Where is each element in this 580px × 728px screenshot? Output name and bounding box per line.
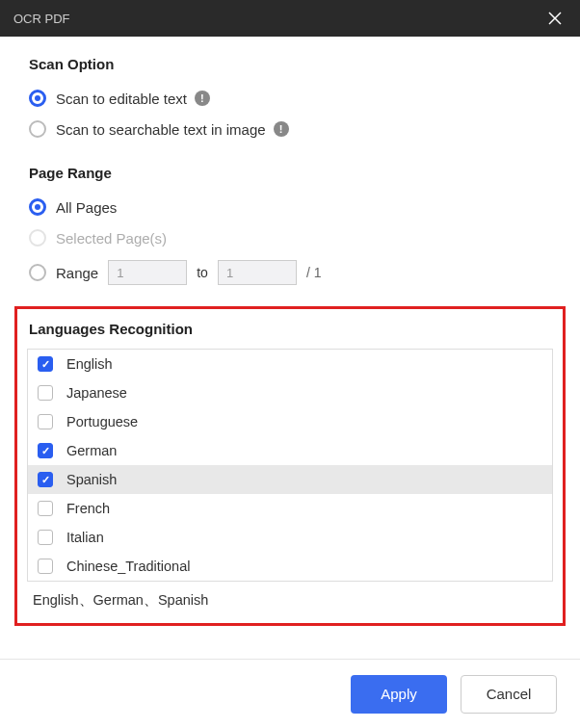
info-icon[interactable]: ! [195, 91, 210, 106]
language-item[interactable]: French [28, 494, 552, 523]
language-item[interactable]: Italian [28, 523, 552, 552]
checkbox-icon[interactable]: ✓ [38, 472, 53, 487]
page-range-heading: Page Range [29, 165, 551, 181]
dialog-content: Scan Option Scan to editable text ! Scan… [0, 37, 580, 285]
radio-label: Scan to editable text [56, 91, 187, 107]
radio-all-pages[interactable]: All Pages [29, 198, 551, 216]
language-label: Spanish [66, 472, 117, 487]
radio-scan-searchable[interactable]: Scan to searchable text in image ! [29, 120, 551, 138]
languages-list-container: ✓EnglishJapanesePortuguese✓German✓Spanis… [27, 349, 553, 582]
radio-label: Range [56, 265, 98, 281]
checkbox-icon[interactable]: ✓ [38, 443, 53, 458]
radio-range[interactable]: Range to / 1 [29, 260, 551, 285]
language-label: Portuguese [66, 414, 138, 429]
checkbox-icon[interactable] [38, 414, 53, 429]
titlebar: OCR PDF [0, 0, 580, 37]
scan-option-heading: Scan Option [29, 56, 551, 72]
radio-label: Selected Page(s) [56, 230, 167, 247]
range-to-label: to [197, 265, 208, 280]
dialog-footer: Apply Cancel [0, 659, 580, 728]
language-item[interactable]: ✓German [28, 436, 552, 465]
language-item[interactable]: Japanese [28, 378, 552, 407]
language-item[interactable]: ✓English [28, 350, 552, 378]
language-item[interactable]: Portuguese [28, 407, 552, 436]
checkbox-icon[interactable] [38, 559, 53, 574]
close-icon[interactable] [543, 7, 567, 30]
checkbox-icon[interactable] [38, 530, 53, 545]
radio-icon [29, 120, 46, 138]
language-label: English [66, 356, 113, 372]
language-label: Japanese [66, 385, 127, 401]
checkbox-icon[interactable] [38, 501, 53, 516]
info-icon[interactable]: ! [274, 121, 289, 137]
radio-icon [29, 90, 46, 107]
language-item[interactable]: Chinese_Traditional [28, 552, 552, 581]
languages-summary: English、German、Spanish [27, 582, 553, 613]
radio-icon [29, 229, 46, 247]
language-item[interactable]: ✓Spanish [28, 465, 552, 494]
range-total: / 1 [306, 265, 322, 280]
language-label: Italian [66, 530, 104, 545]
radio-label: All Pages [56, 199, 117, 216]
range-from-input[interactable] [108, 260, 187, 285]
apply-button[interactable]: Apply [351, 675, 447, 714]
radio-selected-pages: Selected Page(s) [29, 229, 551, 247]
radio-scan-editable[interactable]: Scan to editable text ! [29, 90, 551, 107]
checkbox-icon[interactable]: ✓ [38, 356, 53, 372]
dialog-title: OCR PDF [13, 12, 70, 26]
cancel-button[interactable]: Cancel [461, 675, 557, 714]
language-label: French [66, 501, 110, 516]
checkbox-icon[interactable] [38, 385, 53, 401]
radio-icon [29, 264, 46, 281]
radio-icon [29, 198, 46, 216]
radio-label: Scan to searchable text in image [56, 121, 266, 138]
languages-list[interactable]: ✓EnglishJapanesePortuguese✓German✓Spanis… [28, 350, 552, 581]
language-label: Chinese_Traditional [66, 559, 190, 574]
languages-section: Languages Recognition ✓EnglishJapanesePo… [14, 306, 566, 626]
language-label: German [66, 443, 117, 458]
range-to-input[interactable] [218, 260, 297, 285]
languages-heading: Languages Recognition [27, 321, 553, 337]
